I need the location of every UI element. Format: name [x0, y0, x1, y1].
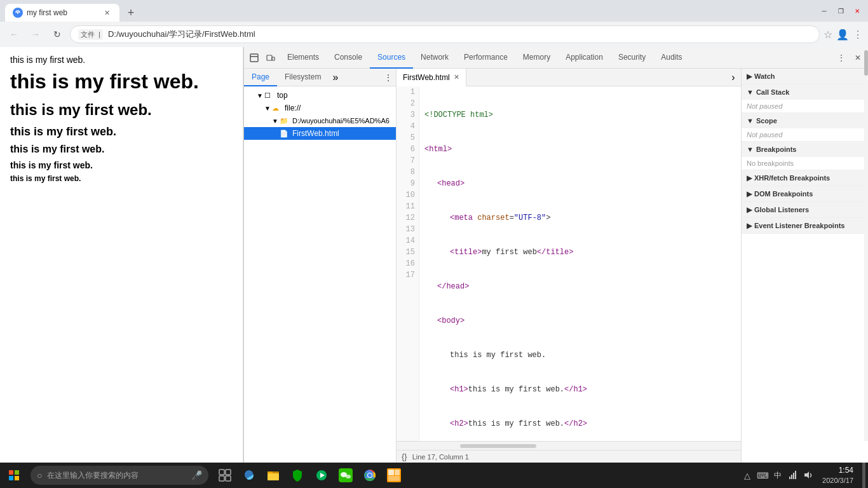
protocol-text: 文件: [81, 30, 95, 38]
tree-item-file[interactable]: ▼ ☁ file://: [244, 102, 396, 114]
code-statusbar: {} Line 17, Column 1: [397, 450, 741, 463]
devtools-topbar: Elements Console Sources Network Perform…: [244, 47, 868, 69]
tab-title: my first web: [27, 8, 98, 17]
tray-lang-icon[interactable]: 中: [771, 469, 784, 482]
devtools-body: Page Filesystem » ⋮ ▼ ☐ top: [244, 69, 868, 463]
tab-network[interactable]: Network: [413, 47, 456, 69]
taskbar-tray: △ ⌨ 中 1:54 2020/3/17: [741, 463, 868, 488]
close-button[interactable]: ✕: [851, 5, 863, 17]
svg-point-1: [17, 12, 19, 14]
photo-app[interactable]: [383, 464, 405, 487]
ss-tab-page[interactable]: Page: [244, 69, 277, 86]
devtools-dock-icon[interactable]: [247, 50, 262, 65]
tree-item-folder[interactable]: ▼ 📁 D:/wuyouchuhai/%E5%AD%A6: [244, 114, 396, 127]
scope-header[interactable]: ▼ Scope: [742, 113, 868, 128]
svg-rect-30: [791, 475, 792, 479]
heading-6: this is my first web.: [10, 174, 233, 183]
tray-up-icon[interactable]: △: [741, 469, 754, 482]
event-header[interactable]: ▶ Event Listener Breakpoints: [742, 218, 868, 233]
svg-rect-2: [250, 54, 258, 62]
tab-close-button[interactable]: ✕: [102, 8, 112, 18]
ss-tab-more[interactable]: »: [329, 69, 342, 86]
ss-menu-button[interactable]: ⋮: [381, 70, 396, 85]
code-line-5: <title>my first web</title>: [424, 247, 736, 258]
new-tab-button[interactable]: +: [122, 4, 140, 22]
global-header[interactable]: ▶ Global Listeners: [742, 202, 868, 217]
right-panel-scrollbar[interactable]: [864, 69, 868, 441]
statusbar-status: Line 17, Column 1: [412, 453, 469, 461]
back-button[interactable]: ←: [5, 25, 23, 43]
code-lines[interactable]: <!DOCTYPE html> <html> <head> <meta char…: [419, 86, 741, 441]
svg-rect-13: [226, 476, 231, 481]
bookmark-icon[interactable]: ☆: [824, 29, 832, 41]
heading-2: this is my first web.: [10, 101, 233, 119]
profile-icon[interactable]: 👤: [836, 29, 849, 41]
tab-audits[interactable]: Audits: [653, 47, 689, 69]
taskview-app[interactable]: [214, 464, 236, 487]
tab-memory[interactable]: Memory: [515, 47, 558, 69]
taskbar-clock[interactable]: 1:54 2020/3/17: [817, 466, 858, 485]
minimize-button[interactable]: ─: [818, 5, 830, 17]
tab-application[interactable]: Application: [558, 47, 611, 69]
tab-performance[interactable]: Performance: [456, 47, 515, 69]
active-tab[interactable]: my first web ✕: [5, 4, 119, 22]
svg-rect-28: [388, 476, 400, 481]
devtools-settings-icon[interactable]: ⋮: [834, 50, 849, 65]
watch-header[interactable]: ▶ Watch: [742, 69, 868, 84]
tray-network-icon[interactable]: [787, 469, 799, 482]
code-editor: FirstWeb.html ✕ › 12345 678910 111213141…: [397, 69, 741, 463]
code-tab-nav[interactable]: ›: [726, 70, 741, 85]
tab-elements[interactable]: Elements: [280, 47, 327, 69]
show-desktop-button[interactable]: [862, 463, 865, 488]
code-line-9: <h1>this is my first web.</h1>: [424, 384, 736, 395]
code-tab-firstweb[interactable]: FirstWeb.html ✕: [397, 69, 466, 86]
sources-tree: ▼ ☐ top ▼ ☁ file://: [244, 86, 396, 463]
maximize-button[interactable]: ❐: [835, 5, 846, 17]
dom-header[interactable]: ▶ DOM Breakpoints: [742, 186, 868, 201]
taskbar-search[interactable]: ○ 在这里输入你要搜索的内容 🎤: [31, 466, 208, 485]
code-scrollbar[interactable]: [397, 441, 741, 450]
forward-button[interactable]: →: [27, 25, 44, 43]
tab-security[interactable]: Security: [611, 47, 653, 69]
tree-arrow-file: ▼: [264, 105, 272, 112]
svg-rect-26: [388, 470, 394, 475]
media-app[interactable]: [310, 464, 333, 487]
devtools-responsive-icon[interactable]: [263, 50, 278, 65]
breakpoints-arrow: ▼: [747, 146, 754, 153]
explorer-app[interactable]: [262, 464, 285, 487]
edge-app[interactable]: [238, 464, 261, 487]
main-area: this is my first web. this is my first w…: [0, 47, 868, 463]
breakpoints-header[interactable]: ▼ Breakpoints: [742, 142, 868, 157]
code-tab-close[interactable]: ✕: [454, 73, 459, 81]
global-section: ▶ Global Listeners: [742, 202, 868, 218]
ss-tab-filesystem[interactable]: Filesystem: [277, 69, 329, 86]
wechat-app[interactable]: [334, 464, 357, 487]
address-url: D:/wuyouchuhai/学习记录/FirstWeb.html: [108, 29, 811, 40]
breakpoints-section: ▼ Breakpoints No breakpoints: [742, 142, 868, 170]
menu-icon[interactable]: ⋮: [853, 29, 863, 41]
call-stack-header[interactable]: ▼ Call Stack: [742, 85, 868, 100]
svg-rect-5: [272, 57, 275, 60]
chrome-app[interactable]: [358, 464, 381, 487]
start-button[interactable]: [0, 463, 28, 488]
voice-icon[interactable]: 🎤: [191, 470, 202, 480]
tab-sources[interactable]: Sources: [370, 47, 413, 69]
code-line-6: </head>: [424, 281, 736, 292]
search-icon: ○: [37, 470, 42, 480]
tab-console[interactable]: Console: [327, 47, 370, 69]
address-bar: ← → ↻ 文件 | D:/wuyouchuhai/学习记录/FirstWeb.…: [0, 22, 868, 47]
address-input[interactable]: 文件 | D:/wuyouchuhai/学习记录/FirstWeb.html: [70, 25, 820, 43]
svg-rect-16: [268, 473, 279, 480]
tree-item-firstweb[interactable]: 📄 FirstWeb.html: [244, 127, 396, 140]
refresh-button[interactable]: ↻: [48, 25, 66, 43]
statusbar-curly-icon: {}: [402, 452, 407, 461]
global-label: Global Listeners: [754, 206, 809, 214]
security-app[interactable]: [286, 464, 309, 487]
tray-volume-icon[interactable]: [802, 469, 815, 482]
xhr-header[interactable]: ▶ XHR/fetch Breakpoints: [742, 170, 868, 186]
tree-item-top[interactable]: ▼ ☐ top: [244, 89, 396, 102]
tray-keyboard-icon[interactable]: ⌨: [756, 469, 769, 482]
breakpoints-status: No breakpoints: [742, 157, 868, 170]
devtools-close-icon[interactable]: ✕: [850, 50, 865, 65]
browser-titlebar: my first web ✕ + ─ ❐ ✕: [0, 0, 868, 22]
